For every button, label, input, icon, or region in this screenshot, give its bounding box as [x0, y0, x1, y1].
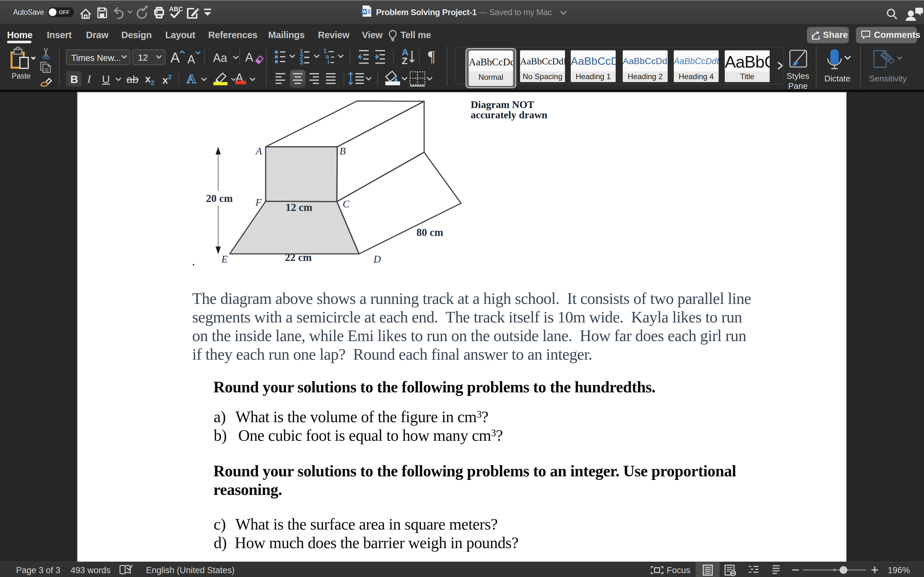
svg-text:C: C	[342, 198, 350, 210]
svg-text:80 cm: 80 cm	[417, 227, 443, 238]
svg-text:E: E	[221, 253, 228, 265]
svg-text:A: A	[255, 145, 262, 157]
svg-text:Diagram NOT: Diagram NOT	[471, 99, 534, 110]
svg-text:F: F	[255, 197, 262, 208]
svg-text:B: B	[339, 145, 346, 157]
svg-text:20 cm: 20 cm	[206, 193, 233, 204]
svg-text:22 cm: 22 cm	[285, 251, 312, 263]
svg-text:12 cm: 12 cm	[286, 201, 312, 213]
svg-text:accurately drawn: accurately drawn	[471, 109, 548, 121]
svg-text:D: D	[373, 253, 381, 265]
svg-text:.: .	[192, 254, 195, 268]
